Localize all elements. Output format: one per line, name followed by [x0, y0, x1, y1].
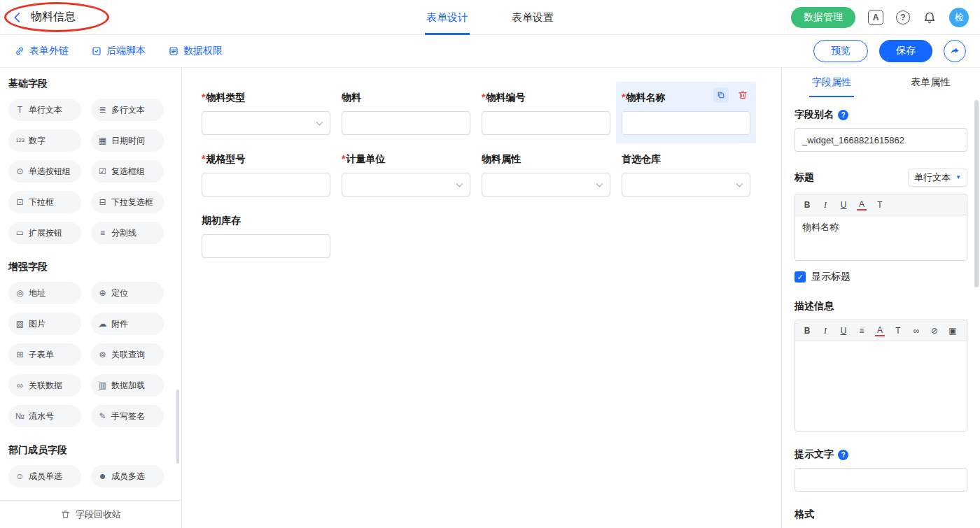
field-input[interactable] — [202, 173, 330, 197]
palette-scrollbar-thumb[interactable] — [176, 390, 179, 464]
palette-item-single-line-text[interactable]: T单行文本 — [8, 99, 81, 121]
font-size-icon[interactable]: T — [875, 200, 885, 210]
form-external-link-button[interactable]: 表单外链 — [14, 45, 69, 57]
palette-item-address[interactable]: ◎地址 — [8, 282, 81, 304]
field-label-text: 物料 — [342, 92, 361, 103]
properties-scrollbar-thumb[interactable] — [974, 100, 979, 287]
palette-item-attachment[interactable]: ☁附件 — [91, 313, 164, 335]
canvas-field-unit[interactable]: *计量单位 — [336, 143, 476, 205]
palette-item-extend-button[interactable]: ▭扩展按钮 — [8, 222, 81, 244]
show-title-checkbox[interactable]: ✓ 显示标题 — [794, 271, 967, 283]
palette-item-label: 分割线 — [111, 227, 136, 239]
hint-help-icon[interactable]: ? — [838, 450, 848, 460]
font-color-icon[interactable]: A — [875, 325, 885, 336]
canvas-field-opening-stock[interactable]: 期初库存 — [196, 205, 336, 266]
tab-form-settings[interactable]: 表单设置 — [510, 0, 555, 35]
linked-query-icon: ⊚ — [97, 350, 108, 359]
delete-field-button[interactable] — [735, 87, 750, 103]
tab-field-properties[interactable]: 字段属性 — [782, 68, 881, 97]
canvas-field-preferred-warehouse[interactable]: 首选仓库 — [616, 143, 756, 205]
palette-item-signature[interactable]: ✎手写签名 — [91, 405, 164, 427]
insert-image-icon[interactable]: ▣ — [948, 326, 958, 336]
help-icon[interactable]: ? — [896, 10, 910, 24]
translate-icon[interactable]: A — [868, 10, 883, 25]
canvas-field-material-code[interactable]: *物料编号 — [476, 82, 616, 143]
palette-item-label: 图片 — [29, 318, 46, 330]
field-select[interactable] — [622, 173, 750, 197]
palette-item-linked-query[interactable]: ⊚关联查询 — [91, 343, 164, 366]
bold-icon[interactable]: B — [802, 326, 812, 336]
field-input[interactable] — [482, 111, 610, 135]
underline-icon[interactable]: U — [839, 200, 848, 210]
palette-item-subform[interactable]: ⊞子表单 — [8, 343, 81, 366]
palette-item-divider[interactable]: ≡分割线 — [91, 222, 164, 244]
palette-item-label: 地址 — [29, 287, 46, 299]
field-input[interactable] — [342, 111, 470, 135]
back-button[interactable] — [11, 11, 24, 24]
share-button[interactable] — [944, 40, 966, 62]
align-icon[interactable]: ≡ — [857, 326, 867, 336]
field-input[interactable] — [622, 111, 750, 135]
title-type-select[interactable]: 单行文本 ▼ — [908, 169, 967, 187]
backend-script-button[interactable]: 后端脚本 — [91, 45, 146, 57]
field-alias-label: 字段别名 — [794, 108, 834, 121]
hint-input[interactable] — [794, 468, 967, 492]
palette-item-linked-data[interactable]: ∞关联数据 — [8, 374, 81, 397]
italic-icon[interactable]: I — [820, 326, 830, 336]
description-row: 描述信息 — [794, 300, 967, 313]
palette-item-number[interactable]: 123数字 — [8, 129, 81, 152]
preview-button[interactable]: 预览 — [813, 40, 868, 62]
font-size-icon[interactable]: T — [893, 326, 903, 336]
tab-form-design[interactable]: 表单设计 — [425, 0, 470, 35]
remove-link-icon[interactable]: ⊘ — [930, 326, 939, 336]
canvas-field-spec-model[interactable]: *规格型号 — [196, 143, 336, 205]
bell-icon[interactable] — [923, 10, 937, 24]
tab-form-properties[interactable]: 表单属性 — [881, 68, 980, 97]
palette-item-member-multi[interactable]: ☻成员多选 — [91, 465, 164, 487]
canvas-field-material-name[interactable]: *物料名称 — [616, 82, 756, 143]
number-icon: 123 — [15, 138, 25, 143]
bold-icon[interactable]: B — [802, 200, 812, 210]
field-recycle-bin[interactable]: 字段回收站 — [0, 500, 181, 528]
palette-item-serial-number[interactable]: №流水号 — [8, 405, 81, 427]
field-alias-input[interactable]: _widget_1668821615862 — [794, 128, 967, 152]
data-manage-button[interactable]: 数据管理 — [791, 7, 855, 28]
palette-item-data-load[interactable]: ▥数据加载 — [91, 374, 164, 397]
palette-item-label: 定位 — [111, 287, 128, 299]
save-button[interactable]: 保存 — [879, 40, 932, 62]
field-label: 物料 — [342, 90, 470, 104]
underline-icon[interactable]: U — [839, 326, 848, 336]
field-alias-help-icon[interactable]: ? — [838, 110, 848, 120]
palette-grid: ◎地址⊕定位▧图片☁附件⊞子表单⊚关联查询∞关联数据▥数据加载№流水号✎手写签名 — [8, 282, 173, 427]
description-editor-content[interactable] — [795, 341, 967, 431]
font-color-icon[interactable]: A — [857, 199, 867, 211]
copy-field-button[interactable] — [713, 87, 729, 103]
field-select[interactable] — [482, 173, 610, 197]
serial-number-icon: № — [15, 412, 25, 420]
field-input[interactable] — [202, 234, 330, 258]
italic-icon[interactable]: I — [820, 200, 830, 210]
field-label: 首选仓库 — [622, 152, 750, 166]
palette-item-location[interactable]: ⊕定位 — [91, 282, 164, 304]
palette-item-image[interactable]: ▧图片 — [8, 313, 81, 335]
palette-item-label: 下拉框 — [29, 197, 54, 208]
palette-item-checkbox-group[interactable]: ☑复选框组 — [91, 160, 164, 183]
field-label: *物料类型 — [202, 90, 330, 104]
avatar[interactable]: 检 — [949, 8, 969, 27]
data-permission-button[interactable]: 数据权限 — [168, 45, 223, 57]
sub-toolbar: 表单外链 后端脚本 数据权限 预览 保存 — [0, 35, 980, 68]
canvas-field-material-attr[interactable]: 物料属性 — [476, 143, 616, 205]
palette-item-multi-select[interactable]: ⊟下拉复选框 — [91, 191, 164, 213]
field-select[interactable] — [342, 173, 470, 197]
page-title: 物料信息 — [31, 10, 76, 24]
title-editor-content[interactable]: 物料名称 — [795, 215, 967, 260]
canvas-field-material-type[interactable]: *物料类型 — [196, 82, 336, 143]
palette-item-member-single[interactable]: ☺成员单选 — [8, 465, 81, 487]
field-select[interactable] — [202, 111, 330, 135]
canvas-field-material[interactable]: 物料 — [336, 82, 476, 143]
palette-item-multi-line-text[interactable]: ≣多行文本 — [91, 99, 164, 121]
palette-item-radio-group[interactable]: ⊙单选按钮组 — [8, 160, 81, 183]
palette-item-select[interactable]: ⊡下拉框 — [8, 191, 81, 213]
palette-item-datetime[interactable]: ▦日期时间 — [91, 129, 164, 152]
insert-link-icon[interactable]: ∞ — [911, 326, 921, 336]
